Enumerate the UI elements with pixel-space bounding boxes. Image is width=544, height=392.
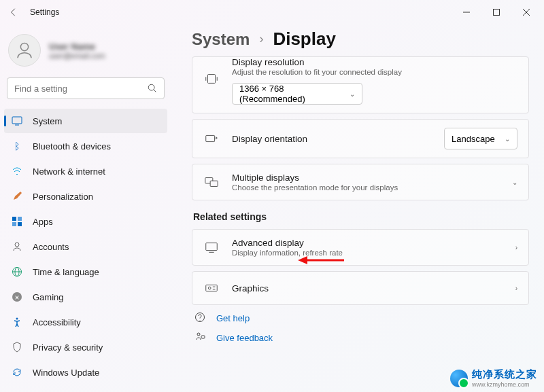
resolution-subtitle: Adjust the resolution to fit your connec… (232, 68, 517, 76)
nav-bluetooth[interactable]: ᛒBluetooth & devices (4, 134, 167, 158)
related-settings-heading: Related settings (193, 211, 529, 222)
chevron-right-icon: › (259, 32, 263, 46)
svg-rect-7 (12, 117, 22, 124)
orientation-card: Display orientation Landscape ⌄ (192, 119, 529, 158)
svg-rect-10 (18, 217, 22, 221)
svg-rect-33 (201, 336, 205, 338)
minimize-icon (463, 9, 470, 16)
resolution-title: Display resolution (232, 57, 517, 67)
chevron-down-icon: ⌄ (350, 90, 355, 98)
user-name: User Name (49, 41, 105, 52)
graphics-icon (203, 280, 220, 296)
give-feedback-link[interactable]: Give feedback (194, 332, 529, 344)
back-button[interactable] (3, 1, 24, 23)
multiple-displays-title: Multiple displays (232, 173, 500, 183)
svg-rect-11 (12, 222, 16, 226)
feedback-icon (194, 332, 207, 344)
resolution-dropdown[interactable]: 1366 × 768 (Recommended) ⌄ (232, 83, 362, 105)
nav-accessibility[interactable]: Accessibility (4, 310, 167, 334)
user-email: user@email.com (49, 52, 105, 60)
page-title: Display (273, 29, 336, 50)
titlebar: Settings (0, 0, 544, 24)
nav-privacy[interactable]: Privacy & security (4, 335, 167, 359)
maximize-button[interactable] (481, 1, 511, 23)
gaming-icon (11, 291, 23, 303)
chevron-right-icon: › (515, 244, 517, 251)
svg-rect-27 (206, 285, 218, 291)
svg-marker-35 (298, 256, 307, 264)
breadcrumb-parent[interactable]: System (192, 30, 250, 49)
svg-rect-19 (208, 75, 216, 84)
svg-rect-25 (206, 243, 218, 251)
maximize-icon (493, 9, 500, 16)
chevron-down-icon: ⌄ (512, 179, 517, 186)
bluetooth-icon: ᛒ (11, 140, 23, 152)
advanced-display-card[interactable]: Advanced display Display information, re… (192, 229, 529, 266)
nav-gaming[interactable]: Gaming (4, 285, 167, 309)
system-icon (11, 115, 23, 127)
search-input[interactable] (14, 84, 148, 94)
person-icon (14, 40, 35, 60)
svg-rect-1 (494, 10, 500, 16)
get-help-link[interactable]: Get help (194, 312, 529, 325)
orientation-dropdown[interactable]: Landscape ⌄ (444, 128, 517, 149)
orientation-icon (203, 130, 220, 147)
svg-point-13 (15, 243, 19, 247)
multiple-displays-icon (203, 174, 220, 190)
accessibility-icon (11, 316, 23, 328)
shield-icon (11, 341, 23, 353)
chevron-down-icon: ⌄ (505, 135, 510, 143)
chevron-right-icon: › (515, 285, 517, 292)
resolution-card: Display resolution Adjust the resolution… (192, 56, 529, 113)
svg-point-32 (197, 333, 200, 336)
svg-point-18 (16, 318, 18, 320)
sidebar: User Name user@email.com System ᛒBluetoo… (0, 24, 171, 392)
globe-icon (11, 266, 23, 278)
multiple-displays-card[interactable]: Multiple displays Choose the presentatio… (192, 164, 529, 200)
multiple-displays-subtitle: Choose the presentation mode for your di… (232, 183, 500, 192)
avatar (8, 34, 41, 67)
nav-personalization[interactable]: Personalization (4, 184, 167, 209)
svg-rect-12 (18, 222, 22, 226)
watermark-icon (450, 370, 468, 387)
window-title: Settings (30, 7, 59, 17)
nav-accounts[interactable]: Accounts (4, 234, 167, 259)
apps-icon (11, 215, 23, 228)
annotation-arrow (298, 255, 345, 266)
watermark: 纯净系统之家 www.kzmyhome.com (450, 368, 537, 388)
nav-update[interactable]: Windows Update (4, 360, 167, 385)
nav-apps[interactable]: Apps (4, 209, 167, 234)
help-icon (194, 312, 207, 325)
update-icon (11, 366, 23, 378)
svg-point-28 (208, 287, 211, 289)
nav-list: System ᛒBluetooth & devices Network & in… (4, 109, 167, 385)
nav-time[interactable]: Time & language (4, 260, 167, 284)
close-icon (523, 9, 530, 16)
advanced-display-title: Advanced display (232, 238, 503, 248)
nav-system[interactable]: System (4, 109, 167, 133)
close-button[interactable] (511, 1, 541, 23)
svg-rect-22 (206, 135, 215, 141)
monitor-icon (203, 239, 220, 255)
advanced-display-subtitle: Display information, refresh rate (232, 249, 503, 257)
svg-rect-24 (210, 181, 218, 186)
brush-icon (11, 190, 23, 202)
resolution-icon (203, 71, 220, 87)
graphics-title: Graphics (232, 283, 503, 293)
svg-rect-9 (12, 217, 16, 221)
breadcrumb: System › Display (192, 29, 529, 50)
minimize-button[interactable] (452, 1, 481, 23)
content: System › Display Display resolution Adju… (171, 24, 544, 392)
graphics-card[interactable]: Graphics › (192, 271, 529, 305)
orientation-title: Display orientation (232, 134, 432, 144)
search-box[interactable] (7, 77, 165, 99)
svg-line-6 (154, 90, 156, 92)
svg-point-4 (20, 43, 28, 50)
search-icon (148, 84, 157, 93)
accounts-icon (11, 240, 23, 253)
nav-network[interactable]: Network & internet (4, 159, 167, 183)
wifi-icon (11, 165, 23, 177)
user-panel[interactable]: User Name user@email.com (4, 31, 167, 75)
arrow-left-icon (9, 7, 18, 17)
svg-point-5 (148, 84, 154, 90)
